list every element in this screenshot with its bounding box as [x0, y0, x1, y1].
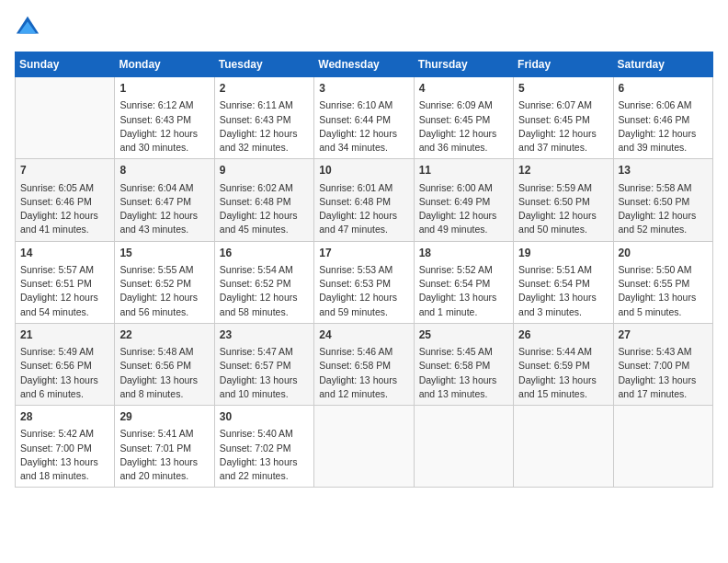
calendar-cell: 17Sunrise: 5:53 AMSunset: 6:53 PMDayligh…: [314, 241, 414, 323]
logo: [15, 15, 44, 40]
day-info-line: Sunrise: 6:04 AM: [119, 181, 209, 195]
day-info-line: and 1 minute.: [419, 305, 508, 319]
day-info-line: and 13 minutes.: [419, 387, 508, 401]
day-info-line: and 32 minutes.: [220, 141, 309, 155]
day-info-line: Sunset: 6:54 PM: [419, 277, 508, 291]
day-info-line: Sunrise: 5:54 AM: [220, 263, 309, 277]
day-info-line: Daylight: 12 hours: [220, 209, 309, 223]
calendar-cell: 14Sunrise: 5:57 AMSunset: 6:51 PMDayligh…: [16, 241, 115, 323]
day-number: 30: [220, 409, 309, 425]
day-info-line: Sunset: 7:02 PM: [220, 442, 309, 455]
day-header-saturday: Saturday: [613, 52, 712, 77]
calendar-cell: [16, 77, 115, 159]
day-info-line: and 17 minutes.: [619, 387, 708, 401]
calendar-cell: 29Sunrise: 5:41 AMSunset: 7:01 PMDayligh…: [115, 406, 214, 488]
day-info-line: and 59 minutes.: [319, 305, 408, 319]
day-info-line: Sunset: 6:52 PM: [119, 277, 209, 291]
day-info-line: and 34 minutes.: [319, 141, 408, 155]
day-info-line: and 37 minutes.: [518, 141, 608, 155]
day-info-line: Sunrise: 5:57 AM: [20, 263, 109, 277]
day-number: 23: [220, 327, 309, 343]
day-number: 7: [20, 163, 109, 178]
day-info-line: Sunrise: 5:51 AM: [518, 263, 608, 277]
day-info-line: Daylight: 13 hours: [220, 455, 309, 469]
day-info-line: Daylight: 12 hours: [419, 209, 508, 223]
calendar-cell: 19Sunrise: 5:51 AMSunset: 6:54 PMDayligh…: [514, 241, 613, 323]
day-info-line: Sunset: 6:56 PM: [20, 359, 109, 373]
day-info-line: Sunset: 6:46 PM: [20, 195, 109, 209]
day-info-line: Sunrise: 6:12 AM: [119, 98, 209, 112]
day-number: 15: [119, 246, 209, 261]
calendar-cell: 5Sunrise: 6:07 AMSunset: 6:45 PMDaylight…: [514, 77, 613, 159]
day-info-line: Daylight: 13 hours: [518, 291, 608, 304]
day-info-line: and 49 minutes.: [419, 223, 508, 236]
day-info-line: Sunrise: 5:40 AM: [220, 427, 309, 441]
day-info-line: Sunrise: 5:45 AM: [419, 345, 508, 359]
day-info-line: Daylight: 12 hours: [518, 127, 608, 141]
day-number: 28: [20, 409, 109, 425]
day-info-line: Sunset: 6:50 PM: [619, 195, 708, 209]
day-info-line: Sunset: 6:52 PM: [220, 277, 309, 291]
day-number: 20: [619, 246, 708, 261]
day-info-line: Sunrise: 5:58 AM: [619, 181, 708, 195]
calendar-cell: [514, 406, 613, 488]
day-info-line: Sunrise: 6:06 AM: [619, 98, 708, 112]
day-info-line: Sunrise: 5:50 AM: [619, 263, 708, 277]
calendar-cell: 28Sunrise: 5:42 AMSunset: 7:00 PMDayligh…: [16, 406, 115, 488]
day-info-line: Daylight: 13 hours: [119, 455, 209, 469]
day-number: 24: [319, 327, 408, 343]
calendar-cell: 10Sunrise: 6:01 AMSunset: 6:48 PMDayligh…: [314, 159, 414, 241]
calendar-cell: [314, 406, 414, 488]
header: [15, 15, 713, 40]
day-info-line: Sunrise: 6:07 AM: [518, 98, 608, 112]
calendar-cell: 3Sunrise: 6:10 AMSunset: 6:44 PMDaylight…: [314, 77, 414, 159]
calendar-cell: 18Sunrise: 5:52 AMSunset: 6:54 PMDayligh…: [414, 241, 513, 323]
day-info-line: Sunset: 6:48 PM: [220, 195, 309, 209]
day-info-line: Sunrise: 5:48 AM: [119, 345, 209, 359]
day-number: 17: [319, 246, 408, 261]
calendar-cell: 6Sunrise: 6:06 AMSunset: 6:46 PMDaylight…: [613, 77, 712, 159]
day-info-line: Sunset: 6:59 PM: [518, 359, 608, 373]
calendar-cell: 12Sunrise: 5:59 AMSunset: 6:50 PMDayligh…: [514, 159, 613, 241]
day-info-line: and 50 minutes.: [518, 223, 608, 236]
day-info-line: Sunrise: 5:44 AM: [518, 345, 608, 359]
day-number: 22: [119, 327, 209, 343]
day-info-line: Daylight: 13 hours: [419, 291, 508, 304]
day-info-line: and 30 minutes.: [119, 141, 209, 155]
day-info-line: Sunrise: 6:10 AM: [319, 98, 408, 112]
day-info-line: Daylight: 13 hours: [619, 373, 708, 387]
day-header-friday: Friday: [514, 52, 613, 77]
day-info-line: and 54 minutes.: [20, 305, 109, 319]
day-info-line: Sunset: 6:45 PM: [518, 113, 608, 127]
day-info-line: and 41 minutes.: [20, 223, 109, 236]
day-info-line: Daylight: 12 hours: [119, 291, 209, 304]
calendar-table: SundayMondayTuesdayWednesdayThursdayFrid…: [15, 52, 713, 488]
day-number: 25: [419, 327, 508, 343]
day-info-line: Sunset: 7:00 PM: [20, 442, 109, 455]
day-info-line: Sunrise: 5:42 AM: [20, 427, 109, 441]
day-number: 14: [20, 246, 109, 261]
day-info-line: and 10 minutes.: [220, 387, 309, 401]
day-number: 10: [319, 163, 408, 178]
day-info-line: Daylight: 12 hours: [319, 209, 408, 223]
calendar-cell: 30Sunrise: 5:40 AMSunset: 7:02 PMDayligh…: [214, 406, 313, 488]
logo-icon: [15, 15, 40, 40]
day-info-line: Sunset: 6:55 PM: [619, 277, 708, 291]
day-info-line: Sunrise: 6:09 AM: [419, 98, 508, 112]
day-info-line: Daylight: 12 hours: [20, 209, 109, 223]
day-number: 18: [419, 246, 508, 261]
day-info-line: Sunset: 6:47 PM: [119, 195, 209, 209]
calendar-cell: 16Sunrise: 5:54 AMSunset: 6:52 PMDayligh…: [214, 241, 313, 323]
week-row-4: 21Sunrise: 5:49 AMSunset: 6:56 PMDayligh…: [16, 323, 713, 405]
day-info-line: Sunrise: 5:43 AM: [619, 345, 708, 359]
day-info-line: Sunset: 6:45 PM: [419, 113, 508, 127]
calendar-cell: 8Sunrise: 6:04 AMSunset: 6:47 PMDaylight…: [115, 159, 214, 241]
day-info-line: Daylight: 12 hours: [20, 291, 109, 304]
day-info-line: Sunrise: 5:53 AM: [319, 263, 408, 277]
day-number: 5: [518, 81, 608, 97]
calendar-cell: 4Sunrise: 6:09 AMSunset: 6:45 PMDaylight…: [414, 77, 513, 159]
day-info-line: Sunrise: 5:55 AM: [119, 263, 209, 277]
day-info-line: Sunrise: 5:52 AM: [419, 263, 508, 277]
day-info-line: Daylight: 13 hours: [20, 373, 109, 387]
day-info-line: Sunset: 6:49 PM: [419, 195, 508, 209]
